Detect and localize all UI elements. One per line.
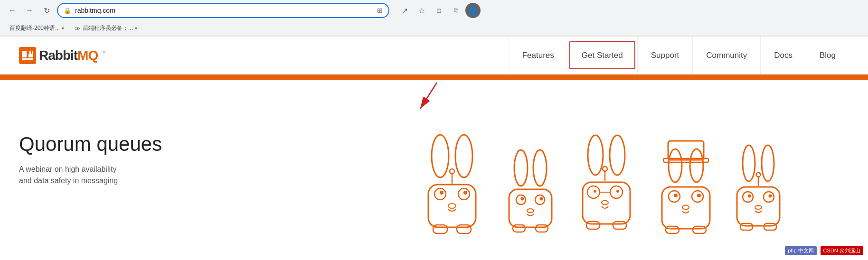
bookmark-arrow: ▾ — [135, 26, 137, 31]
bookmark-label: 百度翻译-200种语... — [9, 24, 60, 32]
svg-point-20 — [514, 150, 528, 186]
svg-rect-0 — [19, 47, 36, 64]
svg-point-30 — [588, 135, 603, 175]
svg-point-14 — [463, 191, 467, 195]
svg-rect-40 — [613, 222, 626, 229]
svg-point-38 — [602, 201, 608, 205]
logo-mq-text: MQ — [77, 48, 98, 63]
bookmark-arrow: ▾ — [62, 26, 64, 31]
svg-rect-57 — [737, 187, 780, 226]
svg-point-12 — [440, 191, 443, 195]
svg-point-34 — [610, 186, 623, 198]
svg-point-27 — [527, 209, 534, 213]
hero-section: Quorum queues A webinar on high availabi… — [0, 113, 868, 256]
svg-point-52 — [682, 205, 689, 210]
arrow-annotation-section — [0, 80, 868, 113]
bookmark-item-backend[interactable]: ≫ 后端程序员必备：... ▾ — [71, 23, 141, 34]
url-input[interactable] — [75, 7, 373, 14]
watermarks: php 中文网 CSDN @刘远山 — [785, 246, 863, 255]
share-button[interactable]: ↗ — [397, 3, 412, 18]
svg-point-25 — [535, 195, 545, 204]
extensions-button[interactable]: ⊡ — [431, 3, 446, 18]
hero-title: Quorum queues — [19, 132, 313, 156]
nav-item-docs[interactable]: Docs — [760, 37, 806, 74]
svg-point-61 — [768, 195, 772, 198]
hero-right — [332, 113, 868, 256]
svg-point-56 — [762, 145, 774, 181]
svg-point-62 — [755, 205, 762, 209]
svg-line-7 — [420, 83, 437, 109]
hero-left: Quorum queues A webinar on high availabi… — [0, 113, 332, 256]
nav-item-support[interactable]: Support — [637, 37, 693, 74]
svg-point-31 — [610, 135, 625, 175]
svg-rect-54 — [693, 226, 706, 233]
back-button[interactable]: ← — [6, 4, 19, 17]
svg-rect-1 — [22, 51, 27, 57]
nav-item-features[interactable]: Features — [509, 37, 567, 74]
logo-area[interactable]: RabbitMQ ™ — [19, 47, 105, 64]
svg-point-45 — [669, 149, 682, 182]
svg-rect-5 — [22, 58, 33, 60]
rabbit-illustration-4 — [651, 132, 720, 251]
profile-button[interactable]: 👤 — [465, 3, 481, 18]
split-button[interactable]: ⧉ — [448, 3, 463, 18]
red-arrow-annotation — [413, 80, 442, 113]
svg-point-15 — [448, 204, 456, 208]
forward-button[interactable]: → — [23, 4, 36, 17]
svg-point-8 — [432, 135, 449, 177]
nav-item-community[interactable]: Community — [692, 37, 760, 74]
bookmark-label: 后端程序员必备：... — [83, 24, 133, 32]
svg-rect-53 — [666, 226, 679, 233]
svg-point-13 — [458, 188, 470, 200]
lock-icon: 🔒 — [64, 7, 71, 14]
logo-text: RabbitMQ — [39, 48, 98, 63]
rabbit-illustration-3 — [571, 132, 642, 251]
svg-rect-32 — [583, 182, 630, 224]
svg-point-11 — [434, 188, 446, 200]
svg-rect-16 — [433, 225, 447, 233]
rabbit-illustration-5 — [730, 142, 787, 251]
address-bar[interactable]: 🔒 ⊞ — [57, 3, 389, 18]
svg-point-23 — [516, 195, 526, 204]
translate-icon[interactable]: ⊞ — [377, 7, 383, 14]
svg-point-59 — [747, 195, 751, 198]
refresh-button[interactable]: ↻ — [40, 4, 53, 17]
site-nav: Features Get Started Support Community D… — [509, 37, 849, 74]
logo-trademark: ™ — [101, 50, 105, 55]
logo-rabbit-text: Rabbit — [39, 48, 77, 63]
svg-point-58 — [743, 192, 753, 202]
svg-point-9 — [455, 135, 472, 177]
svg-point-21 — [533, 150, 547, 186]
nav-item-blog[interactable]: Blog — [806, 37, 849, 74]
svg-point-60 — [764, 192, 774, 202]
svg-rect-39 — [586, 222, 600, 229]
svg-rect-29 — [536, 225, 548, 232]
svg-point-36 — [594, 190, 596, 193]
bookmark-item-baidu[interactable]: 百度翻译-200种语... ▾ — [6, 23, 68, 34]
csdn-watermark: CSDN @刘远山 — [821, 246, 863, 255]
browser-toolbar: ← → ↻ 🔒 ⊞ ↗ ☆ ⊡ ⧉ 👤 — [0, 0, 868, 21]
svg-rect-28 — [513, 225, 525, 232]
rabbit-illustration-1 — [414, 132, 490, 251]
php-watermark: php 中文网 — [785, 246, 816, 255]
svg-point-55 — [743, 145, 755, 181]
bookmark-arrow-icon: ≫ — [75, 25, 81, 32]
hero-subtitle: A webinar on high availabilityand data s… — [19, 164, 313, 186]
bookmark-button[interactable]: ☆ — [414, 3, 429, 18]
svg-point-51 — [697, 194, 701, 197]
nav-item-get-started[interactable]: Get Started — [569, 41, 635, 69]
svg-point-26 — [539, 197, 543, 201]
browser-chrome: ← → ↻ 🔒 ⊞ ↗ ☆ ⊡ ⧉ 👤 百度翻译-200种语... ▾ ≫ 后端… — [0, 0, 868, 37]
svg-point-49 — [674, 194, 678, 197]
toolbar-icons: ↗ ☆ ⊡ ⧉ 👤 — [397, 3, 481, 18]
rabbitmq-logo-icon — [19, 47, 36, 64]
website-content: RabbitMQ ™ Features Get Started Support … — [0, 37, 868, 256]
svg-rect-17 — [457, 225, 471, 233]
svg-point-24 — [520, 197, 524, 201]
orange-accent-bar — [0, 74, 868, 80]
svg-rect-3 — [29, 51, 31, 55]
svg-point-37 — [616, 190, 619, 193]
svg-rect-4 — [32, 51, 33, 55]
svg-point-46 — [690, 149, 703, 182]
svg-point-33 — [587, 186, 600, 198]
